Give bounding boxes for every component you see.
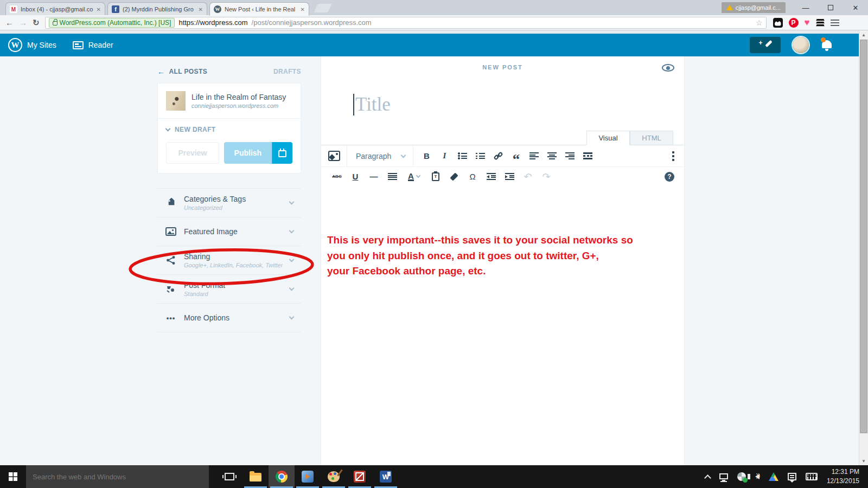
avatar[interactable] — [793, 37, 809, 53]
bold-button[interactable]: B — [418, 151, 436, 160]
scroll-up-arrow[interactable]: ▲ — [859, 30, 868, 39]
chrome-menu-icon[interactable] — [831, 20, 839, 26]
section-post-format[interactable]: Post Format Standard — [157, 275, 301, 304]
gmail-favicon: M — [10, 5, 17, 13]
tab-close-icon[interactable]: ✕ — [97, 7, 101, 12]
page-scrollbar[interactable]: ▲ ▼ — [859, 30, 868, 465]
indent-button[interactable] — [500, 173, 519, 180]
hootsuite-icon[interactable] — [773, 18, 783, 28]
minimize-button[interactable]: — — [793, 4, 818, 12]
all-posts-link[interactable]: ← ALL POSTS — [157, 67, 207, 76]
post-settings-sidebar: ← ALL POSTS DRAFTS Life in the Realm of … — [157, 67, 301, 332]
tab-gmail[interactable]: M Inbox (4) - cjjasp@gmail.co ✕ — [5, 2, 105, 16]
help-icon[interactable]: ? — [665, 172, 674, 182]
draft-status-toggle[interactable]: NEW DRAFT — [158, 119, 301, 139]
tab-html[interactable]: HTML — [630, 131, 673, 145]
tab-wordpress-active[interactable]: W New Post ‹ Life in the Real ✕ — [209, 2, 309, 16]
section-featured-image[interactable]: Featured Image — [157, 217, 301, 246]
action-center-icon[interactable] — [788, 473, 796, 480]
tab-facebook[interactable]: f (2) Myrddin Publishing Gro ✕ — [107, 2, 207, 16]
site-selector[interactable]: Life in the Realm of Fantasy conniejjasp… — [158, 84, 301, 119]
blockquote-button[interactable]: “ — [507, 157, 525, 162]
justify-button[interactable] — [383, 173, 401, 180]
taskbar-search[interactable] — [26, 465, 209, 488]
tab-close-icon[interactable]: ✕ — [199, 7, 203, 12]
preview-button[interactable]: Preview — [166, 142, 219, 164]
align-center-button[interactable] — [543, 152, 561, 159]
align-left-button[interactable] — [525, 152, 543, 159]
read-more-button[interactable] — [579, 152, 597, 159]
numbered-list-button[interactable] — [471, 152, 489, 159]
taskbar-clock[interactable]: 12:31 PM 12/13/2015 — [827, 467, 863, 486]
buffer-icon[interactable] — [816, 18, 825, 27]
show-hidden-icons[interactable] — [704, 474, 711, 481]
section-value: Standard — [184, 291, 283, 297]
editor-toolbar-row2: ABC U — A T Ω ↶ ↷ ? — [321, 166, 684, 186]
section-more-options[interactable]: ••• More Options — [157, 304, 301, 332]
bullet-list-button[interactable] — [454, 152, 471, 159]
text-color-button[interactable]: A — [401, 172, 426, 181]
tab-visual[interactable]: Visual — [586, 131, 630, 145]
italic-button[interactable]: I — [436, 151, 454, 160]
file-explorer-button[interactable] — [242, 465, 269, 488]
clear-formatting-button[interactable] — [445, 175, 463, 179]
outdent-button[interactable] — [482, 173, 500, 180]
special-character-button[interactable]: Ω — [463, 172, 482, 181]
strikethrough-button[interactable]: ABC — [328, 174, 346, 179]
task-view-button[interactable] — [216, 465, 242, 488]
bookmark-star-icon[interactable]: ☆ — [756, 18, 763, 27]
add-media-button[interactable] — [321, 145, 347, 166]
maximize-button[interactable] — [818, 4, 843, 12]
volume-icon[interactable] — [755, 474, 760, 479]
address-bar[interactable]: WordPress.com (Automattic, Inc.) [US] ht… — [45, 17, 767, 29]
word-button[interactable]: W — [373, 465, 399, 488]
numbered-list-icon — [476, 152, 485, 159]
section-categories-tags[interactable]: Categories & Tags Uncategorized — [157, 189, 301, 217]
profile-chip-label: cjjasp@gmail.c... — [736, 4, 781, 11]
search-input[interactable] — [33, 473, 202, 481]
calendar-icon — [278, 150, 286, 157]
my-sites-button[interactable]: W My Sites — [0, 34, 65, 56]
back-icon[interactable]: ← — [5, 18, 14, 27]
new-post-button[interactable]: + — [750, 37, 781, 53]
ev-certificate-badge[interactable]: WordPress.com (Automattic, Inc.) [US] — [49, 18, 175, 28]
editor-body[interactable]: This is very important--this saves it to… — [321, 186, 684, 279]
align-right-button[interactable] — [561, 152, 579, 159]
section-sharing[interactable]: Sharing Google+, LinkedIn, Facebook, Twi… — [157, 246, 301, 275]
underline-button[interactable]: U — [346, 172, 365, 181]
network-icon[interactable] — [719, 473, 728, 479]
publish-button[interactable]: Publish — [224, 142, 272, 164]
reader-icon — [73, 41, 84, 49]
google-drive-icon[interactable] — [769, 472, 778, 481]
preview-eye-icon[interactable] — [662, 64, 674, 72]
chrome-profile-chip[interactable]: cjjasp@gmail.c... — [722, 2, 786, 13]
publish-card: Life in the Realm of Fantasy conniejjasp… — [157, 83, 301, 174]
start-button[interactable] — [0, 465, 26, 488]
notifications-bell-icon[interactable] — [821, 38, 833, 52]
tab-close-icon[interactable]: ✕ — [301, 7, 305, 12]
sync-icon[interactable] — [737, 472, 746, 481]
horizontal-rule-button[interactable]: — — [365, 172, 383, 181]
new-tab-button[interactable] — [314, 4, 331, 12]
media-player-button[interactable] — [295, 465, 321, 488]
drafts-link[interactable]: DRAFTS — [273, 68, 301, 75]
paint-button[interactable] — [321, 465, 347, 488]
publish-button-group: Publish — [224, 142, 292, 164]
schedule-button[interactable] — [272, 142, 292, 164]
title-input[interactable]: Title — [355, 94, 391, 115]
close-button[interactable]: ✕ — [843, 4, 868, 12]
reader-button[interactable]: Reader — [65, 34, 122, 56]
scroll-down-arrow[interactable]: ▼ — [859, 457, 868, 465]
scrollbar-thumb[interactable] — [860, 40, 867, 433]
pinterest-icon[interactable]: P — [789, 18, 799, 28]
link-button[interactable] — [489, 151, 507, 160]
paste-as-text-button[interactable]: T — [426, 172, 445, 181]
keyboard-icon[interactable] — [806, 473, 818, 480]
paragraph-format-dropdown[interactable]: Paragraph — [347, 145, 413, 166]
red-app-button[interactable] — [347, 465, 373, 488]
kebab-menu-icon[interactable] — [672, 151, 674, 161]
reload-icon[interactable]: ↻ — [33, 18, 40, 28]
heart-extension-icon[interactable]: ♥ — [805, 18, 810, 27]
image-icon — [165, 227, 177, 236]
chrome-taskbar-button[interactable] — [269, 465, 295, 488]
